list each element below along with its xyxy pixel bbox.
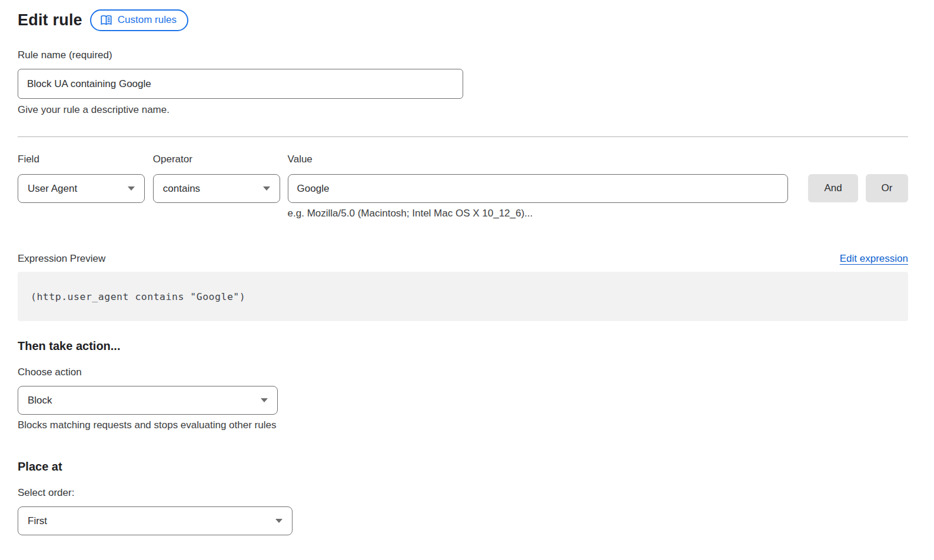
- action-heading: Then take action...: [18, 339, 908, 353]
- expression-section: Expression Preview Edit expression (http…: [18, 253, 908, 321]
- edit-rule-page: Edit rule Custom rules Rule name (requir…: [0, 0, 921, 535]
- and-button[interactable]: And: [808, 174, 858, 202]
- field-column: Field User Agent: [18, 154, 145, 219]
- open-book-icon: [100, 15, 112, 26]
- page-header: Edit rule Custom rules: [18, 9, 908, 31]
- chevron-down-icon: [275, 519, 282, 523]
- operator-select[interactable]: contains: [153, 174, 280, 203]
- field-label: Field: [18, 154, 145, 165]
- value-input[interactable]: [288, 174, 788, 203]
- rule-name-help: Give your rule a descriptive name.: [18, 104, 908, 116]
- value-help: e.g. Mozilla/5.0 (Macintosh; Intel Mac O…: [288, 208, 788, 219]
- edit-expression-link[interactable]: Edit expression: [840, 253, 908, 265]
- section-divider: [18, 136, 908, 137]
- order-select-value: First: [28, 515, 47, 527]
- action-select[interactable]: Block: [18, 386, 278, 415]
- operator-column: Operator contains: [153, 154, 280, 219]
- expression-header: Expression Preview Edit expression: [18, 253, 908, 265]
- rule-name-input[interactable]: [18, 69, 463, 99]
- value-label: Value: [288, 154, 788, 165]
- action-help: Blocks matching requests and stops evalu…: [18, 419, 908, 431]
- expression-preview-box: (http.user_agent contains "Google"): [18, 272, 908, 321]
- expression-code: (http.user_agent contains "Google"): [31, 291, 245, 302]
- placement-section: Place at Select order: First: [18, 460, 908, 535]
- place-at-heading: Place at: [18, 460, 908, 474]
- select-order-label: Select order:: [18, 487, 908, 499]
- rule-name-label: Rule name (required): [18, 49, 908, 61]
- action-select-value: Block: [28, 395, 52, 406]
- action-section: Then take action... Choose action Block …: [18, 339, 908, 431]
- rule-name-section: Rule name (required) Give your rule a de…: [18, 49, 908, 116]
- operator-select-value: contains: [163, 183, 200, 195]
- expression-preview-label: Expression Preview: [18, 253, 105, 265]
- or-button[interactable]: Or: [866, 174, 908, 202]
- chevron-down-icon: [128, 186, 135, 191]
- operator-label: Operator: [153, 154, 280, 165]
- value-column: Value e.g. Mozilla/5.0 (Macintosh; Intel…: [288, 154, 788, 219]
- page-title: Edit rule: [18, 11, 82, 29]
- custom-rules-button[interactable]: Custom rules: [90, 9, 188, 31]
- condition-row: Field User Agent Operator contains Value…: [18, 154, 908, 219]
- logic-buttons: And Or: [808, 154, 908, 219]
- order-select[interactable]: First: [18, 506, 293, 535]
- choose-action-label: Choose action: [18, 366, 908, 378]
- field-select[interactable]: User Agent: [18, 174, 145, 203]
- chevron-down-icon: [263, 186, 270, 191]
- custom-rules-label: Custom rules: [118, 14, 177, 26]
- field-select-value: User Agent: [28, 183, 77, 195]
- chevron-down-icon: [261, 398, 268, 402]
